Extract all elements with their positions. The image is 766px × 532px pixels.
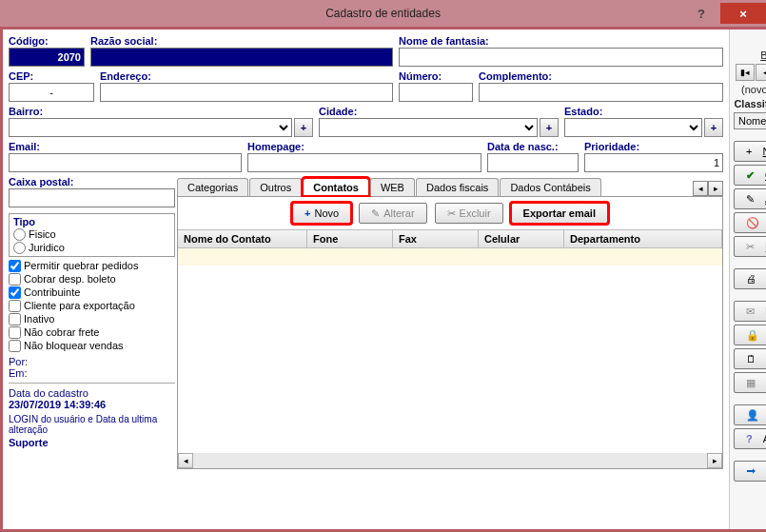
login-info: LOGIN do usuário e Data da ultima altera… [9, 414, 175, 435]
label-datanasc: Data de nasc.: [487, 141, 579, 152]
table-icon: ▦ [746, 377, 756, 389]
titlebar: Cadastro de entidades ? × [0, 0, 766, 27]
scroll-right[interactable]: ▸ [707, 453, 722, 468]
cidade-select[interactable] [319, 118, 538, 137]
razao-input[interactable] [90, 48, 393, 67]
busca-label[interactable]: Busca [734, 49, 766, 61]
tab-categorias[interactable]: Categorias [177, 178, 248, 196]
codigo-input[interactable] [9, 48, 85, 67]
bairro-add-button[interactable]: + [294, 118, 313, 137]
tabscroll-right[interactable]: ▸ [708, 181, 723, 196]
plus-icon: + [746, 146, 752, 157]
side-nota-button[interactable]: 🗒 Nota [734, 348, 766, 369]
suporte-label: Suporte [9, 437, 175, 448]
note-icon: 🗒 [746, 353, 756, 365]
check-icon: ✔ [746, 169, 755, 182]
chk-inativo[interactable]: Inativo [9, 312, 175, 325]
tab-fiscais[interactable]: Dados fiscais [416, 178, 499, 196]
chk-bloquear[interactable]: Não bloquear vendas [9, 339, 175, 352]
side-tabprecos-button[interactable]: ▦ Tab preços [734, 372, 766, 393]
col-fone[interactable]: Fone [307, 230, 393, 247]
binoculars-icon[interactable]: 🔭 [734, 33, 766, 47]
side-email-button[interactable]: ✉ Email [734, 301, 766, 322]
grid-header: Nome do Contato Fone Fax Celular Departa… [178, 229, 722, 248]
side-alterar-button[interactable]: ✎ Alterar [734, 188, 766, 209]
tab-web[interactable]: WEB [370, 178, 415, 196]
caixa-input[interactable] [9, 188, 175, 207]
chk-contribuinte[interactable]: Contribuinte [9, 286, 175, 299]
close-button[interactable]: × [720, 3, 766, 24]
bairro-select[interactable] [9, 118, 292, 137]
label-estado: Estado: [564, 106, 723, 117]
scroll-track[interactable] [193, 453, 707, 468]
scissors-icon: ✂ [746, 241, 755, 253]
email-input[interactable] [9, 153, 242, 172]
sub-excluir-button[interactable]: ✂Excluir [435, 203, 503, 224]
chk-exportacao[interactable]: Cliente para exportação [9, 299, 175, 312]
label-razao: Razão social: [90, 35, 393, 47]
chk-frete[interactable]: Não cobrar frete [9, 325, 175, 339]
numero-input[interactable] [399, 83, 473, 102]
label-bairro: Bairro: [9, 106, 313, 117]
col-celular[interactable]: Celular [479, 230, 564, 247]
col-fax[interactable]: Fax [393, 230, 479, 247]
side-gravar-button[interactable]: ✔ Gravar [734, 165, 766, 186]
side-cancelar-button[interactable]: 🚫 Cancelar [734, 212, 766, 233]
help-button[interactable]: ? [682, 3, 720, 24]
em-label: Em: [9, 367, 175, 379]
label-tipo: Tipo [13, 216, 170, 227]
datanasc-input[interactable] [487, 153, 579, 172]
pencil-icon: ✎ [371, 207, 380, 220]
side-sair-button[interactable]: ⮕ Sair [734, 461, 766, 482]
col-nome[interactable]: Nome do Contato [178, 230, 307, 247]
no-entry-icon: 🚫 [746, 217, 759, 229]
side-perfil-button[interactable]: 👤 Perfil... [734, 404, 766, 425]
endereco-input[interactable] [100, 83, 393, 102]
chk-quebrar[interactable]: Permitir quebrar pedidos [9, 259, 175, 272]
prioridade-input[interactable] [584, 153, 723, 172]
pencil-icon: ✎ [746, 193, 755, 206]
nav-prev[interactable]: ◂ [756, 64, 766, 81]
grid-empty-row [178, 248, 722, 266]
chk-boleto[interactable]: Cobrar desp. boleto [9, 272, 175, 286]
side-ajuda-button[interactable]: ? Ajuda [734, 428, 766, 449]
radio-juridico[interactable]: Juridico [13, 241, 170, 254]
side-bloquear-button[interactable]: 🔒 Bloquear [734, 325, 766, 345]
side-novo-button[interactable]: + Novo [734, 141, 766, 162]
scroll-left[interactable]: ◂ [178, 453, 193, 468]
label-complemento: Complemento: [479, 70, 723, 82]
tab-contabeis[interactable]: Dados Contábeis [500, 178, 600, 196]
classificado-select[interactable]: Nome [734, 112, 766, 129]
tipo-group: Tipo Fisico Juridico [9, 213, 175, 257]
label-prioridade: Prioridade: [584, 141, 723, 152]
label-cidade: Cidade: [319, 106, 559, 117]
tabscroll-left[interactable]: ◂ [693, 181, 708, 196]
side-relatorios-button[interactable]: 🖨 Relatórios [734, 268, 766, 289]
grid-body [178, 248, 722, 453]
nav-first[interactable]: ▮◂ [736, 64, 755, 81]
cep-input[interactable] [9, 83, 94, 102]
estado-add-button[interactable]: + [704, 118, 723, 137]
side-excluir-button[interactable]: ✂ Excluir [734, 236, 766, 257]
novo-registro-label: (novo registro) [734, 84, 766, 95]
tab-contatos[interactable]: Contatos [303, 178, 369, 196]
plus-icon: + [304, 207, 310, 219]
sub-novo-button[interactable]: +Novo [292, 203, 351, 224]
sub-exportar-button[interactable]: Exportar email [511, 203, 608, 224]
label-fantasia: Nome de fantasia: [399, 35, 723, 47]
homepage-input[interactable] [247, 153, 481, 172]
tab-outros[interactable]: Outros [249, 178, 302, 196]
radio-fisico[interactable]: Fisico [13, 227, 170, 241]
tabbar: Categorias Outros Contatos WEB Dados fis… [177, 178, 723, 197]
sub-alterar-button[interactable]: ✎Alterar [359, 203, 426, 224]
label-email: Email: [9, 141, 242, 152]
cidade-add-button[interactable]: + [540, 118, 559, 137]
scissors-icon: ✂ [447, 207, 456, 220]
col-depto[interactable]: Departamento [564, 230, 722, 247]
complemento-input[interactable] [479, 83, 723, 102]
window-title: Cadastro de entidades [325, 7, 441, 20]
estado-select[interactable] [564, 118, 702, 137]
exit-icon: ⮕ [746, 465, 756, 477]
lock-icon: 🔒 [746, 329, 759, 342]
fantasia-input[interactable] [399, 48, 723, 67]
